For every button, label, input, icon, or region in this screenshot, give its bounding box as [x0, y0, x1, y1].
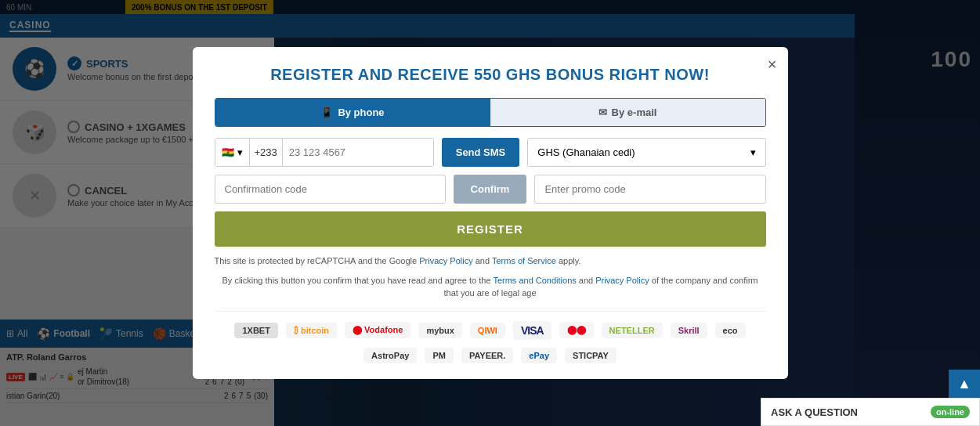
recaptcha-text: This site is protected by reCAPTCHA and …: [215, 255, 766, 268]
register-button[interactable]: REGISTER: [215, 211, 766, 247]
phone-prefix: +233: [250, 139, 283, 166]
payment-qiwi: QIWI: [470, 323, 505, 338]
privacy-policy-link[interactable]: Privacy Policy: [419, 256, 472, 265]
payment-payeer: PAYEER.: [461, 348, 513, 363]
modal-close-button[interactable]: ×: [768, 56, 777, 72]
payment-astropay: AstroPay: [363, 348, 417, 363]
payment-bitcoin: ₿ bitcoin: [286, 323, 337, 338]
chevron-down-icon: ▾: [237, 146, 243, 158]
payment-skrill: Skrill: [671, 323, 707, 338]
phone-group: 🇬🇭 ▾ +233: [215, 138, 434, 167]
currency-chevron-icon: ▾: [750, 146, 756, 158]
tab-phone[interactable]: 📱 By phone: [215, 99, 490, 126]
registration-tabs: 📱 By phone ✉ By e-mail: [215, 98, 766, 127]
phone-input[interactable]: [283, 139, 433, 166]
registration-modal: × REGISTER AND RECEIVE 550 GHS BONUS RIG…: [193, 47, 788, 379]
payment-eco: eco: [715, 323, 746, 338]
tab-email[interactable]: ✉ By e-mail: [490, 99, 765, 126]
privacy-link-2[interactable]: Privacy Policy: [595, 276, 649, 285]
payment-mastercard: ⬤⬤: [559, 322, 594, 338]
payment-epay: ePay: [521, 348, 557, 363]
payment-sticpay: STICPAY: [565, 348, 617, 363]
payment-pm: PM: [425, 348, 454, 363]
email-tab-icon: ✉: [598, 106, 607, 118]
modal-overlay: × REGISTER AND RECEIVE 550 GHS BONUS RIG…: [0, 0, 980, 426]
confirmation-code-input[interactable]: [215, 175, 446, 204]
scroll-up-button[interactable]: ▲: [949, 370, 980, 398]
send-sms-button[interactable]: Send SMS: [442, 138, 520, 167]
payment-visa: VISA: [513, 321, 551, 340]
flag-emoji: 🇬🇭: [222, 146, 234, 158]
ask-question-label: ASK A QUESTION: [771, 406, 858, 418]
terms-text: By clicking this button you confirm that…: [215, 274, 766, 300]
phone-currency-row: 🇬🇭 ▾ +233 Send SMS GHS (Ghanaian cedi) ▾: [215, 138, 766, 167]
flag-selector[interactable]: 🇬🇭 ▾: [215, 139, 250, 166]
terms-conditions-link[interactable]: Terms and Conditions: [493, 276, 576, 285]
ask-question-bar[interactable]: ASK A QUESTION on-line: [761, 398, 980, 426]
payment-neteller: NETELLER: [602, 323, 663, 338]
confirm-button[interactable]: Confirm: [454, 175, 527, 204]
phone-tab-icon: 📱: [320, 106, 333, 118]
online-badge: on-line: [931, 406, 970, 418]
terms-link[interactable]: Terms of Service: [492, 256, 556, 265]
payment-icons-row: 1XBET ₿ bitcoin ⬤ Vodafone mybux QIWI VI…: [215, 311, 766, 363]
payment-mybux: mybux: [418, 323, 461, 338]
payment-1xbet: 1XBET: [234, 323, 277, 338]
promo-code-input[interactable]: [534, 175, 765, 204]
modal-title: REGISTER AND RECEIVE 550 GHS BONUS RIGHT…: [215, 66, 766, 84]
currency-selector[interactable]: GHS (Ghanaian cedi) ▾: [527, 138, 765, 167]
confirm-promo-row: Confirm: [215, 175, 766, 204]
payment-vodafone: ⬤ Vodafone: [345, 322, 410, 338]
